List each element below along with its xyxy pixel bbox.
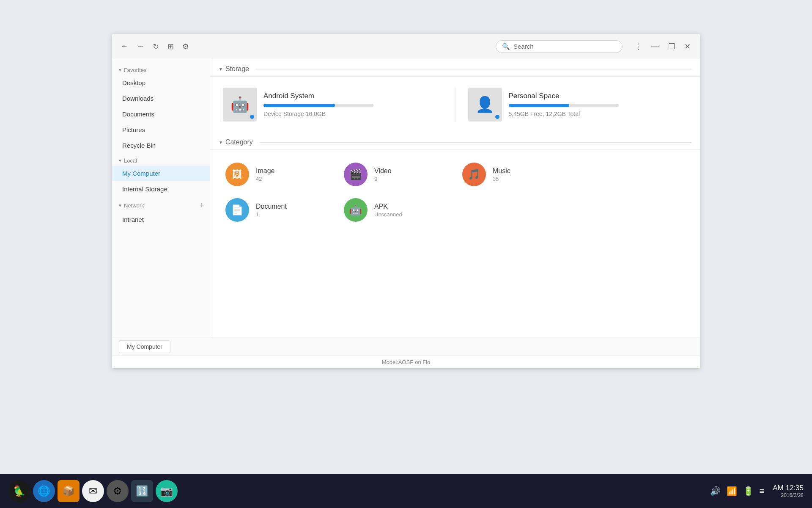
personal-storage-dot <box>495 115 499 119</box>
taskbar-icon-parrot[interactable]: 🦜 <box>8 480 30 502</box>
sidebar-item-downloads-label: Downloads <box>122 95 154 102</box>
favorites-section-header: ▼ Favorites <box>112 63 210 75</box>
image-category-name: Image <box>256 167 274 175</box>
sidebar-item-intranet[interactable]: Intranet <box>112 212 210 227</box>
menu-icon[interactable]: ≡ <box>760 486 765 496</box>
settings-icon: ⚙ <box>113 485 122 497</box>
toolbar: ← → ↻ ⊞ ⚙ 🔍 ⋮ — ❐ ✕ <box>112 34 700 59</box>
android-system-info: Android System Device Storage 16,0GB <box>263 92 442 117</box>
search-box: 🔍 <box>496 40 623 53</box>
taskbar: 🦜 🌐 📦 ✉ ⚙ 🔢 📷 🔊 📶 🔋 ≡ AM 12:35 2016/2/28 <box>0 474 812 508</box>
personal-space-card[interactable]: 👤 Personal Space 5,45GB Free, 12,2GB Tot… <box>464 83 692 126</box>
storage-divider <box>256 69 691 69</box>
category-item-apk[interactable]: 🤖 APK Unscanned <box>337 192 455 228</box>
box-icon: 📦 <box>62 485 75 497</box>
clock-time: AM 12:35 <box>773 484 804 492</box>
taskbar-icon-camera[interactable]: 📷 <box>156 480 178 502</box>
video-category-name: Video <box>374 167 392 175</box>
view-toggle-button[interactable]: ⊞ <box>165 39 176 54</box>
sidebar-item-desktop-label: Desktop <box>122 79 145 86</box>
personal-space-info: Personal Space 5,45GB Free, 12,2GB Total <box>509 92 688 117</box>
settings-button[interactable]: ⚙ <box>180 39 192 54</box>
person-avatar-icon: 👤 <box>475 96 494 113</box>
battery-icon[interactable]: 🔋 <box>743 486 754 496</box>
footer-tab-my-computer[interactable]: My Computer <box>119 340 170 353</box>
personal-space-icon: 👤 <box>468 88 502 121</box>
wifi-icon[interactable]: 📶 <box>727 486 737 496</box>
category-item-document[interactable]: 📄 Document 1 <box>219 192 337 228</box>
taskbar-system-tray: 🔊 📶 🔋 ≡ <box>710 486 765 496</box>
category-item-image[interactable]: 🖼 Image 42 <box>219 157 337 192</box>
document-category-name: Document <box>256 203 287 210</box>
android-storage-dot <box>250 115 254 119</box>
window-body: ▼ Favorites Desktop Downloads Documents … <box>112 59 700 337</box>
android-system-icon: 🤖 <box>223 88 257 121</box>
apk-category-info: APK Unscanned <box>374 203 402 218</box>
taskbar-clock: AM 12:35 2016/2/28 <box>773 484 804 498</box>
personal-storage-bar-fill <box>509 104 569 107</box>
refresh-button[interactable]: ↻ <box>150 39 162 54</box>
storage-triangle-icon: ▼ <box>219 67 223 72</box>
sidebar-item-desktop[interactable]: Desktop <box>112 75 210 91</box>
close-button[interactable]: ✕ <box>681 40 694 53</box>
storage-card-divider <box>455 88 455 121</box>
sidebar-item-downloads[interactable]: Downloads <box>112 91 210 106</box>
taskbar-icon-box[interactable]: 📦 <box>58 480 80 502</box>
sidebar-item-documents[interactable]: Documents <box>112 106 210 122</box>
storage-section-header: ▼ Storage <box>210 59 700 77</box>
music-category-info: Music 35 <box>493 167 510 182</box>
maximize-button[interactable]: ❐ <box>665 40 678 53</box>
taskbar-icon-mail[interactable]: ✉ <box>82 480 104 502</box>
category-grid: 🖼 Image 42 🎬 Video 9 🎵 M <box>210 150 700 235</box>
taskbar-icon-settings[interactable]: ⚙ <box>107 480 129 502</box>
network-add-button[interactable]: + <box>199 201 204 210</box>
volume-icon[interactable]: 🔊 <box>710 486 721 496</box>
favorites-triangle-icon: ▼ <box>118 68 122 72</box>
sidebar-item-documents-label: Documents <box>122 110 154 118</box>
forward-button[interactable]: → <box>134 39 147 53</box>
sidebar-item-internal-storage[interactable]: Internal Storage <box>112 181 210 197</box>
network-section-header: ▼ Network + <box>112 197 210 212</box>
sidebar-item-recycle-bin-label: Recycle Bin <box>122 142 156 149</box>
taskbar-icon-calc[interactable]: 🔢 <box>131 480 153 502</box>
more-menu-button[interactable]: ⋮ <box>631 40 645 53</box>
sidebar-item-my-computer-label: My Computer <box>122 170 160 177</box>
taskbar-icon-browser[interactable]: 🌐 <box>33 480 55 502</box>
music-category-count: 35 <box>493 176 510 182</box>
apk-category-name: APK <box>374 203 402 210</box>
category-section-header: ▼ Category <box>210 133 700 150</box>
local-section-header: ▼ Local <box>112 153 210 166</box>
file-manager-window: ← → ↻ ⊞ ⚙ 🔍 ⋮ — ❐ ✕ ▼ Favorites Desktop <box>112 34 700 368</box>
document-category-icon: 📄 <box>225 198 249 222</box>
android-system-detail: Device Storage 16,0GB <box>263 110 442 117</box>
image-category-count: 42 <box>256 176 274 182</box>
android-system-card[interactable]: 🤖 Android System Device Storage 16,0GB <box>219 83 447 126</box>
parrot-icon: 🦜 <box>13 485 26 497</box>
storage-label: Storage <box>225 65 249 73</box>
search-input[interactable] <box>513 43 616 50</box>
android-system-name: Android System <box>263 92 442 100</box>
image-category-info: Image 42 <box>256 167 274 182</box>
category-item-music[interactable]: 🎵 Music 35 <box>455 157 574 192</box>
storage-cards-container: 🤖 Android System Device Storage 16,0GB <box>210 77 700 133</box>
local-label: Local <box>124 157 137 164</box>
sidebar-item-pictures[interactable]: Pictures <box>112 122 210 138</box>
sidebar-item-my-computer[interactable]: My Computer <box>112 166 210 181</box>
sidebar-item-pictures-label: Pictures <box>122 126 145 133</box>
category-triangle-icon: ▼ <box>219 140 223 145</box>
mail-icon: ✉ <box>89 485 97 497</box>
local-triangle-icon: ▼ <box>118 158 122 163</box>
browser-icon: 🌐 <box>38 485 50 497</box>
minimize-button[interactable]: — <box>648 40 662 53</box>
category-label: Category <box>225 138 253 146</box>
clock-ampm: AM <box>773 484 784 492</box>
network-label: Network <box>124 202 144 209</box>
status-bar: Model:AOSP on Flo <box>112 356 700 368</box>
android-storage-bar-bg <box>263 104 373 107</box>
image-category-icon: 🖼 <box>225 163 249 186</box>
back-button[interactable]: ← <box>118 39 131 53</box>
category-item-video[interactable]: 🎬 Video 9 <box>337 157 455 192</box>
sidebar-item-internal-storage-label: Internal Storage <box>122 185 167 193</box>
sidebar-item-recycle-bin[interactable]: Recycle Bin <box>112 138 210 153</box>
music-category-name: Music <box>493 167 510 175</box>
